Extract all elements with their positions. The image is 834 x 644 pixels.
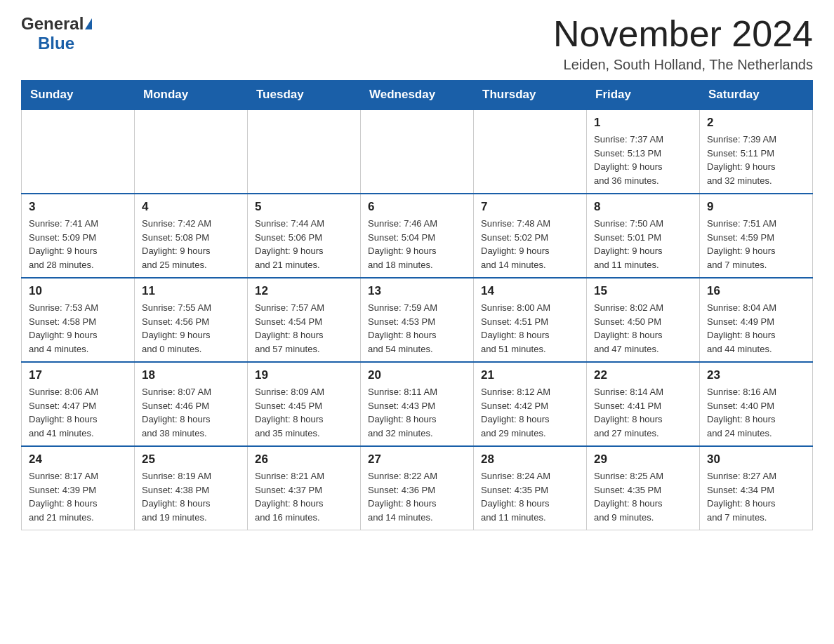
day-number: 29 [594, 452, 692, 467]
calendar-cell [474, 109, 587, 194]
week-row-5: 24Sunrise: 8:17 AMSunset: 4:39 PMDayligh… [22, 446, 813, 530]
calendar-cell: 29Sunrise: 8:25 AMSunset: 4:35 PMDayligh… [587, 446, 700, 530]
calendar-cell: 12Sunrise: 7:57 AMSunset: 4:54 PMDayligh… [248, 278, 361, 362]
calendar-cell: 26Sunrise: 8:21 AMSunset: 4:37 PMDayligh… [248, 446, 361, 530]
weekday-header-thursday: Thursday [474, 81, 587, 110]
day-number: 11 [142, 284, 240, 298]
day-info: Sunrise: 8:19 AMSunset: 4:38 PMDaylight:… [142, 469, 240, 524]
weekday-header-tuesday: Tuesday [248, 81, 361, 110]
day-info: Sunrise: 8:24 AMSunset: 4:35 PMDaylight:… [481, 469, 579, 524]
day-number: 23 [707, 368, 805, 382]
day-number: 21 [481, 368, 579, 382]
calendar-cell: 27Sunrise: 8:22 AMSunset: 4:36 PMDayligh… [361, 446, 474, 530]
day-number: 22 [594, 368, 692, 382]
day-info: Sunrise: 7:42 AMSunset: 5:08 PMDaylight:… [142, 217, 240, 271]
day-info: Sunrise: 7:53 AMSunset: 4:58 PMDaylight:… [29, 301, 127, 356]
calendar-cell [361, 109, 474, 194]
calendar-cell: 7Sunrise: 7:48 AMSunset: 5:02 PMDaylight… [474, 194, 587, 278]
calendar-table: SundayMondayTuesdayWednesdayThursdayFrid… [21, 80, 813, 530]
calendar-cell: 4Sunrise: 7:42 AMSunset: 5:08 PMDaylight… [135, 194, 248, 278]
day-info: Sunrise: 7:57 AMSunset: 4:54 PMDaylight:… [255, 301, 353, 356]
day-info: Sunrise: 7:59 AMSunset: 4:53 PMDaylight:… [368, 301, 466, 356]
calendar-cell: 3Sunrise: 7:41 AMSunset: 5:09 PMDaylight… [22, 194, 135, 278]
day-number: 24 [29, 452, 127, 467]
calendar-cell: 15Sunrise: 8:02 AMSunset: 4:50 PMDayligh… [587, 278, 700, 362]
calendar-cell: 1Sunrise: 7:37 AMSunset: 5:13 PMDaylight… [587, 109, 700, 194]
day-number: 4 [142, 200, 240, 214]
calendar-cell: 14Sunrise: 8:00 AMSunset: 4:51 PMDayligh… [474, 278, 587, 362]
week-row-1: 1Sunrise: 7:37 AMSunset: 5:13 PMDaylight… [22, 109, 813, 194]
day-info: Sunrise: 8:02 AMSunset: 4:50 PMDaylight:… [594, 301, 692, 356]
day-number: 26 [255, 452, 353, 467]
calendar-cell: 20Sunrise: 8:11 AMSunset: 4:43 PMDayligh… [361, 362, 474, 446]
calendar-cell: 9Sunrise: 7:51 AMSunset: 4:59 PMDaylight… [700, 194, 813, 278]
day-number: 16 [707, 284, 805, 298]
day-number: 14 [481, 284, 579, 298]
day-info: Sunrise: 7:37 AMSunset: 5:13 PMDaylight:… [594, 133, 692, 187]
calendar-cell [248, 109, 361, 194]
title-area: November 2024 Leiden, South Holland, The… [553, 14, 813, 73]
day-info: Sunrise: 8:17 AMSunset: 4:39 PMDaylight:… [29, 469, 127, 524]
calendar-cell: 8Sunrise: 7:50 AMSunset: 5:01 PMDaylight… [587, 194, 700, 278]
week-row-2: 3Sunrise: 7:41 AMSunset: 5:09 PMDaylight… [22, 194, 813, 278]
page-header: General Blue November 2024 Leiden, South… [21, 14, 813, 73]
calendar-cell [22, 109, 135, 194]
day-number: 8 [594, 200, 692, 214]
calendar-cell: 5Sunrise: 7:44 AMSunset: 5:06 PMDaylight… [248, 194, 361, 278]
day-number: 9 [707, 200, 805, 214]
day-number: 6 [368, 200, 466, 214]
day-info: Sunrise: 8:27 AMSunset: 4:34 PMDaylight:… [707, 469, 805, 524]
day-info: Sunrise: 7:48 AMSunset: 5:02 PMDaylight:… [481, 217, 579, 271]
day-info: Sunrise: 8:04 AMSunset: 4:49 PMDaylight:… [707, 301, 805, 356]
day-number: 17 [29, 368, 127, 382]
day-number: 3 [29, 200, 127, 214]
day-info: Sunrise: 7:44 AMSunset: 5:06 PMDaylight:… [255, 217, 353, 271]
weekday-header-wednesday: Wednesday [361, 81, 474, 110]
day-number: 2 [707, 116, 805, 130]
location-subtitle: Leiden, South Holland, The Netherlands [553, 57, 813, 73]
calendar-cell: 25Sunrise: 8:19 AMSunset: 4:38 PMDayligh… [135, 446, 248, 530]
calendar-cell: 21Sunrise: 8:12 AMSunset: 4:42 PMDayligh… [474, 362, 587, 446]
logo-general-text: General [21, 14, 84, 34]
calendar-cell: 18Sunrise: 8:07 AMSunset: 4:46 PMDayligh… [135, 362, 248, 446]
logo: General Blue [21, 14, 92, 53]
logo-blue-text: Blue [38, 34, 74, 53]
calendar-cell: 11Sunrise: 7:55 AMSunset: 4:56 PMDayligh… [135, 278, 248, 362]
day-info: Sunrise: 8:22 AMSunset: 4:36 PMDaylight:… [368, 469, 466, 524]
day-info: Sunrise: 8:14 AMSunset: 4:41 PMDaylight:… [594, 385, 692, 440]
calendar-cell: 24Sunrise: 8:17 AMSunset: 4:39 PMDayligh… [22, 446, 135, 530]
calendar-cell: 17Sunrise: 8:06 AMSunset: 4:47 PMDayligh… [22, 362, 135, 446]
weekday-header-friday: Friday [587, 81, 700, 110]
calendar-cell: 16Sunrise: 8:04 AMSunset: 4:49 PMDayligh… [700, 278, 813, 362]
week-row-3: 10Sunrise: 7:53 AMSunset: 4:58 PMDayligh… [22, 278, 813, 362]
day-number: 18 [142, 368, 240, 382]
calendar-cell: 10Sunrise: 7:53 AMSunset: 4:58 PMDayligh… [22, 278, 135, 362]
calendar-cell: 28Sunrise: 8:24 AMSunset: 4:35 PMDayligh… [474, 446, 587, 530]
day-info: Sunrise: 7:50 AMSunset: 5:01 PMDaylight:… [594, 217, 692, 271]
calendar-cell: 22Sunrise: 8:14 AMSunset: 4:41 PMDayligh… [587, 362, 700, 446]
day-info: Sunrise: 8:06 AMSunset: 4:47 PMDaylight:… [29, 385, 127, 440]
day-info: Sunrise: 8:11 AMSunset: 4:43 PMDaylight:… [368, 385, 466, 440]
calendar-cell [135, 109, 248, 194]
day-number: 25 [142, 452, 240, 467]
day-info: Sunrise: 8:21 AMSunset: 4:37 PMDaylight:… [255, 469, 353, 524]
week-row-4: 17Sunrise: 8:06 AMSunset: 4:47 PMDayligh… [22, 362, 813, 446]
day-info: Sunrise: 8:09 AMSunset: 4:45 PMDaylight:… [255, 385, 353, 440]
day-info: Sunrise: 8:00 AMSunset: 4:51 PMDaylight:… [481, 301, 579, 356]
day-info: Sunrise: 8:25 AMSunset: 4:35 PMDaylight:… [594, 469, 692, 524]
day-number: 12 [255, 284, 353, 298]
day-number: 27 [368, 452, 466, 467]
day-number: 28 [481, 452, 579, 467]
day-number: 1 [594, 116, 692, 130]
weekday-header-sunday: Sunday [22, 81, 135, 110]
day-info: Sunrise: 7:46 AMSunset: 5:04 PMDaylight:… [368, 217, 466, 271]
day-number: 19 [255, 368, 353, 382]
calendar-cell: 6Sunrise: 7:46 AMSunset: 5:04 PMDaylight… [361, 194, 474, 278]
calendar-cell: 19Sunrise: 8:09 AMSunset: 4:45 PMDayligh… [248, 362, 361, 446]
day-number: 20 [368, 368, 466, 382]
month-title: November 2024 [553, 14, 813, 54]
day-number: 13 [368, 284, 466, 298]
day-info: Sunrise: 7:41 AMSunset: 5:09 PMDaylight:… [29, 217, 127, 271]
calendar-cell: 2Sunrise: 7:39 AMSunset: 5:11 PMDaylight… [700, 109, 813, 194]
calendar-cell: 30Sunrise: 8:27 AMSunset: 4:34 PMDayligh… [700, 446, 813, 530]
